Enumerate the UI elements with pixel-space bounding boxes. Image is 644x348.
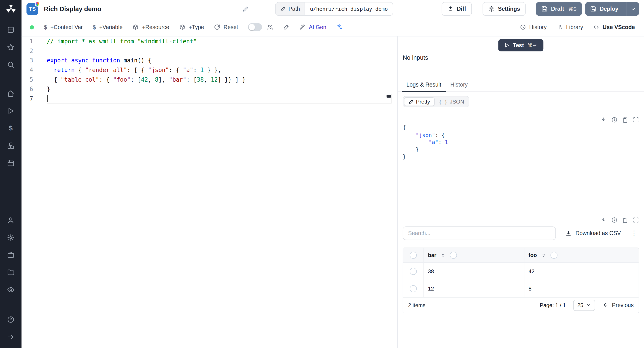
column-checkbox-foo[interactable] [550, 252, 558, 258]
table-header: bar foo [403, 248, 639, 263]
page-indicator: Page: 1 / 1 [540, 302, 566, 308]
diff-button[interactable]: Diff [442, 2, 472, 16]
expand-icon [633, 117, 639, 123]
expand-result-button[interactable] [633, 117, 639, 123]
select-all-checkbox[interactable] [410, 252, 416, 258]
sidebar-item-folders[interactable] [5, 268, 16, 277]
test-shortcut: ⌘↵ [527, 42, 538, 48]
settings-button[interactable]: Settings [482, 2, 526, 16]
add-resource-button[interactable]: +Resource [128, 20, 174, 34]
no-inputs-label: No inputs [403, 54, 644, 61]
sidebar-item-settings[interactable] [5, 232, 16, 242]
dollar-icon: $ [44, 24, 47, 30]
windmill-logo-icon [5, 3, 16, 14]
sidebar-item-variables[interactable]: $ [5, 124, 16, 133]
draft-button[interactable]: Draft⌘S [536, 2, 582, 16]
sort-icon[interactable] [541, 252, 546, 258]
view-pretty-button[interactable]: Pretty [404, 97, 434, 106]
table-info-button[interactable] [611, 217, 618, 223]
path-selector[interactable]: Path u/henri/rich_display_demo [275, 2, 393, 16]
library-button[interactable]: Library [552, 20, 588, 34]
reset-button[interactable]: Reset [209, 20, 243, 34]
column-checkbox-bar[interactable] [450, 252, 457, 258]
row-checkbox[interactable] [410, 285, 416, 292]
help-icon [7, 316, 14, 323]
cell-foo: 8 [524, 280, 639, 297]
braces-icon: { } [439, 99, 447, 104]
toolbar-right: History Library Use VScode [515, 20, 640, 34]
sidebar-item-favorites[interactable] [5, 42, 16, 52]
copy-table-button[interactable] [622, 217, 628, 223]
view-json-button[interactable]: { }JSON [434, 97, 468, 106]
sidebar-collapse[interactable] [5, 332, 16, 342]
audit-eye-icon [7, 286, 14, 294]
format-brush-icon [283, 24, 290, 30]
use-vscode-button[interactable]: Use VScode [588, 20, 640, 34]
add-type-button[interactable]: +Type [174, 20, 209, 34]
format-code-button[interactable] [278, 20, 294, 34]
sidebar-item-runs[interactable] [5, 106, 16, 116]
info-icon [611, 217, 618, 223]
language-badge: TS [26, 3, 38, 15]
sidebar-item-apps[interactable] [5, 25, 16, 35]
add-variable-button[interactable]: $+Variable [88, 20, 128, 34]
items-count: 2 items [408, 302, 426, 308]
overview-ruler-cursor [386, 95, 391, 98]
copy-icon [622, 117, 628, 123]
search-input[interactable] [403, 226, 556, 240]
page-size-select[interactable]: 25 [573, 300, 595, 311]
sidebar-item-user[interactable] [5, 215, 16, 225]
table-row[interactable]: 3842 [403, 262, 639, 280]
copy-result-button[interactable] [622, 117, 628, 123]
add-context-var-button[interactable]: $+Context Var [39, 20, 88, 34]
copy-icon [622, 217, 628, 223]
sync-status-dot [30, 25, 34, 29]
deploy-button[interactable]: Deploy [585, 2, 639, 16]
panes-splitter[interactable] [392, 36, 397, 348]
save-icon [542, 6, 548, 12]
sidebar-item-search[interactable] [5, 60, 16, 70]
expand-table-button[interactable] [633, 217, 639, 223]
download-result-button[interactable] [600, 117, 607, 123]
tab-history[interactable]: History [446, 78, 472, 92]
row-checkbox[interactable] [410, 268, 416, 275]
table-footer: 2 items Page: 1 / 1 25 Previous [403, 298, 639, 313]
deploy-main[interactable]: Deploy [585, 2, 623, 16]
editor-line-numbers: 1234567 [22, 37, 40, 348]
reset-icon [214, 24, 220, 30]
tab-logs-result[interactable]: Logs & Result [402, 78, 446, 92]
table-menu-kebab-icon[interactable]: ⋮ [631, 229, 638, 236]
sidebar-item-help[interactable] [5, 315, 16, 324]
column-header-bar[interactable]: bar [428, 252, 436, 258]
collapse-arrow-icon [7, 333, 14, 340]
sidebar-item-audit[interactable] [5, 285, 16, 294]
result-info-button[interactable] [611, 117, 618, 123]
favorites-star-icon [7, 44, 14, 51]
sidebar-item-schedules[interactable] [5, 158, 16, 168]
ai-suggest-button[interactable] [331, 24, 347, 31]
test-button[interactable]: Test⌘↵ [498, 39, 544, 52]
deploy-dropdown-button[interactable] [626, 2, 639, 16]
sort-icon[interactable] [440, 252, 446, 258]
header-actions: Diff Settings Draft⌘S Deploy [442, 2, 639, 16]
sidebar-item-workers[interactable] [5, 250, 16, 260]
windmill-logo[interactable] [5, 3, 16, 14]
download-icon [600, 117, 607, 123]
column-header-foo[interactable]: foo [528, 252, 537, 258]
table-row[interactable]: 128 [403, 280, 639, 298]
multiplayer-toggle[interactable] [248, 23, 262, 31]
search-icon [7, 61, 14, 68]
sidebar-item-home[interactable] [5, 88, 16, 98]
download-csv-button[interactable]: Download as CSV [566, 230, 621, 236]
home-icon [7, 90, 14, 97]
previous-page-button[interactable]: Previous [603, 302, 634, 308]
history-button[interactable]: History [515, 20, 552, 34]
edit-summary-button[interactable] [242, 6, 248, 13]
sidebar-item-resources[interactable] [5, 141, 16, 150]
table-actions [403, 217, 639, 223]
path-value: u/henri/rich_display_demo [305, 2, 393, 15]
ai-gen-button[interactable]: AI Gen [294, 20, 332, 34]
download-table-button[interactable] [600, 217, 607, 223]
code-editor[interactable]: 1234567 // import * as wmill from "windm… [22, 36, 392, 348]
folders-icon [7, 268, 14, 276]
